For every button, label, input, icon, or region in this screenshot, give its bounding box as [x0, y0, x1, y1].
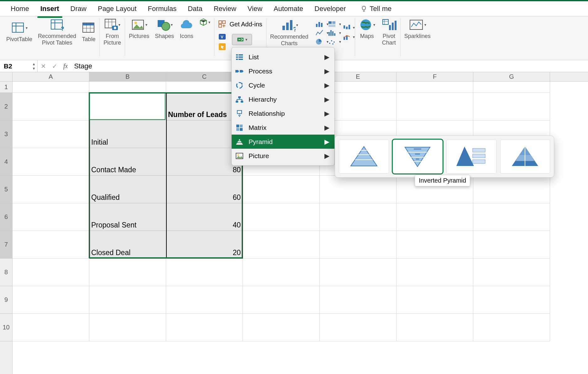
cell-E7[interactable]: [320, 231, 396, 259]
cell-C10[interactable]: [166, 314, 243, 341]
cell-G2[interactable]: [473, 93, 550, 120]
waterfall-chart-button[interactable]: ▾: [343, 24, 351, 31]
row-header-7[interactable]: 7: [0, 231, 12, 259]
smartart-item-picture[interactable]: Picture▶: [232, 149, 334, 163]
cell-A8[interactable]: [13, 259, 89, 286]
row-header-4[interactable]: 4: [0, 148, 12, 176]
menu-draw[interactable]: Draw: [66, 3, 92, 14]
cell-G7[interactable]: [473, 231, 550, 259]
recommended-charts-button[interactable]: ?▾ Recommended Charts: [270, 18, 308, 46]
cell-A7[interactable]: [13, 231, 89, 259]
smartart-item-process[interactable]: Process▶: [232, 64, 334, 78]
cell-B2[interactable]: Stage: [89, 93, 166, 120]
cancel-formula-button[interactable]: ✕: [38, 62, 49, 70]
cell-C9[interactable]: [166, 286, 243, 314]
cell-C7[interactable]: 20: [166, 231, 243, 259]
pivot-table-button[interactable]: ▾ PivotTable: [6, 21, 32, 43]
cell-B1[interactable]: [89, 82, 166, 93]
gallery-item-segmented-pyramid[interactable]: [500, 140, 550, 174]
menu-data[interactable]: Data: [183, 3, 207, 14]
cell-E5[interactable]: [320, 176, 396, 203]
cell-E8[interactable]: [320, 259, 396, 286]
pivot-chart-button[interactable]: Pivot Chart: [381, 18, 396, 46]
cell-A6[interactable]: [13, 203, 89, 231]
cell-A2[interactable]: [13, 93, 89, 120]
cell-D5[interactable]: [243, 176, 320, 203]
cell-A3[interactable]: [13, 120, 89, 148]
menu-developer[interactable]: Developer: [309, 3, 351, 14]
cell-B9[interactable]: [89, 286, 166, 314]
cell-D7[interactable]: [243, 231, 320, 259]
cell-F10[interactable]: [396, 314, 473, 341]
menu-view[interactable]: View: [243, 3, 267, 14]
cell-C6[interactable]: 40: [166, 203, 243, 231]
cell-E10[interactable]: [320, 314, 396, 341]
cell-E6[interactable]: [320, 203, 396, 231]
recommended-pivot-button[interactable]: ? Recommended Pivot Tables: [38, 18, 76, 46]
bing-addin-button[interactable]: [218, 43, 226, 51]
maps-button[interactable]: ▾ Maps: [359, 18, 375, 40]
gallery-item-inverted-pyramid[interactable]: [393, 140, 443, 174]
shapes-button[interactable]: ▾ Shapes: [155, 18, 174, 40]
cell-B7[interactable]: Closed Deal: [89, 231, 166, 259]
gallery-item-pyramid-list[interactable]: [446, 140, 496, 174]
statistic-chart-button[interactable]: ▾: [327, 29, 337, 36]
smartart-item-list[interactable]: List▶: [232, 50, 334, 64]
column-header-B[interactable]: B: [89, 72, 166, 81]
enter-formula-button[interactable]: ✓: [49, 62, 60, 70]
sparklines-button[interactable]: ▾ Sparklines: [404, 18, 431, 40]
cell-B3[interactable]: Initial: [89, 120, 166, 148]
cell-E9[interactable]: [320, 286, 396, 314]
cell-G10[interactable]: [473, 314, 550, 341]
cell-D6[interactable]: [243, 203, 320, 231]
row-header-9[interactable]: 9: [0, 286, 12, 314]
pie-chart-button[interactable]: ▾: [314, 38, 325, 45]
smartart-item-hierarchy[interactable]: Hierarchy▶: [232, 92, 334, 106]
name-box-stepper[interactable]: ▴▾: [33, 62, 35, 71]
cell-G8[interactable]: [473, 259, 550, 286]
menu-review[interactable]: Review: [209, 3, 241, 14]
cell-A1[interactable]: [13, 82, 89, 93]
name-box[interactable]: B2 ▴▾: [0, 60, 38, 72]
row-header-10[interactable]: 10: [0, 314, 12, 341]
models-3d-button[interactable]: ▾: [199, 18, 210, 26]
cell-G6[interactable]: [473, 203, 550, 231]
cell-B5[interactable]: Qualified: [89, 176, 166, 203]
row-header-3[interactable]: 3: [0, 120, 12, 148]
line-chart-button[interactable]: ▾: [314, 29, 325, 36]
cell-B4[interactable]: Contact Made: [89, 148, 166, 176]
fx-icon[interactable]: fx: [63, 62, 68, 70]
cell-A4[interactable]: [13, 148, 89, 176]
column-header-F[interactable]: F: [396, 72, 473, 81]
pictures-button[interactable]: ▾ Pictures: [129, 18, 149, 40]
row-header-6[interactable]: 6: [0, 203, 12, 231]
cell-G9[interactable]: [473, 286, 550, 314]
smartart-item-matrix[interactable]: Matrix▶: [232, 120, 334, 135]
smartart-button[interactable]: ▾: [232, 34, 252, 45]
cell-F2[interactable]: [396, 93, 473, 120]
visio-addin-button[interactable]: V: [218, 33, 226, 41]
cell-D8[interactable]: [243, 259, 320, 286]
row-header-2[interactable]: 2: [0, 93, 12, 120]
menu-home[interactable]: Home: [6, 3, 34, 14]
cell-F6[interactable]: [396, 203, 473, 231]
cell-B6[interactable]: Proposal Sent: [89, 203, 166, 231]
row-header-8[interactable]: 8: [0, 259, 12, 286]
column-header-A[interactable]: A: [13, 72, 89, 81]
column-header-G[interactable]: G: [473, 72, 550, 81]
cell-B8[interactable]: [89, 259, 166, 286]
menu-page-layout[interactable]: Page Layout: [93, 3, 142, 14]
menu-automate[interactable]: Automate: [269, 3, 308, 14]
cell-F9[interactable]: [396, 286, 473, 314]
cell-A10[interactable]: [13, 314, 89, 341]
cell-A5[interactable]: [13, 176, 89, 203]
row-header-5[interactable]: 5: [0, 176, 12, 203]
cell-F7[interactable]: [396, 231, 473, 259]
combo-chart-button[interactable]: ▾: [343, 34, 351, 40]
menu-insert[interactable]: Insert: [35, 3, 64, 14]
cell-C8[interactable]: [166, 259, 243, 286]
scatter-chart-button[interactable]: ▾: [327, 38, 337, 45]
table-button[interactable]: Table: [82, 21, 96, 43]
icons-button[interactable]: Icons: [180, 18, 193, 40]
select-all-corner[interactable]: [0, 72, 13, 81]
